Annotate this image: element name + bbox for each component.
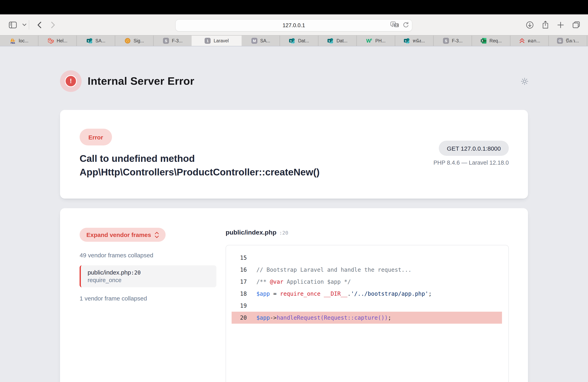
svg-text:1: 1 (207, 39, 209, 43)
svg-text:W: W (366, 38, 371, 43)
downloads-icon[interactable] (526, 21, 534, 29)
browser-tab-7[interactable]: s Dat... (280, 36, 318, 46)
browser-tab-0[interactable]: PMA loc... (0, 36, 38, 46)
svg-text:s: s (87, 39, 89, 42)
orange-circle-icon (125, 38, 131, 44)
code-line: 19 (231, 300, 502, 312)
code-snippet: 15 16 // Bootstrap Laravel and handle th… (226, 245, 509, 382)
translate-icon[interactable]: A 文 (390, 21, 399, 29)
excel-icon: X (480, 38, 487, 44)
url-text: 127.0.0.1 (283, 22, 305, 28)
svg-text:M: M (252, 39, 256, 43)
screen: 127.0.0.1 A 文 (0, 0, 588, 382)
sharepoint-icon: s (289, 38, 295, 44)
browser-tab-13[interactable]: ดอก... (510, 36, 549, 46)
gray-s-icon: S (442, 38, 449, 44)
browser-tab-1[interactable]: Hel... (38, 36, 77, 46)
environment-versions: PHP 8.4.6 — Laravel 12.18.0 (433, 159, 509, 166)
svg-text:文: 文 (395, 23, 398, 27)
gray-1-icon: 1 (204, 38, 211, 44)
collapsed-frames-note-bottom: 1 vendor frame collapsed (80, 295, 216, 302)
svg-text:PMA: PMA (11, 42, 15, 44)
svg-text:G: G (558, 39, 561, 43)
collapsed-frames-note-top: 49 vendor frames collapsed (80, 252, 216, 259)
tab-overview-icon[interactable] (572, 21, 580, 28)
theme-toggle-sun-icon[interactable] (520, 77, 529, 85)
forward-button-icon[interactable] (51, 21, 55, 28)
code-line-highlighted: 20 $app->handleRequest(Request::capture(… (231, 312, 502, 324)
laravel-logo-icon (47, 38, 54, 44)
laravel-error-page: ! Internal Server Error Error Call to un… (0, 46, 588, 382)
sharepoint-icon: s (403, 38, 410, 44)
svg-text:A: A (392, 22, 394, 26)
stack-trace-card: Expand vendor frames 49 vendor frames co… (60, 208, 528, 382)
address-bar[interactable]: 127.0.0.1 A 文 (176, 19, 412, 31)
page-header: ! Internal Server Error (60, 70, 528, 92)
tab-bar: PMA loc... Hel... s SA... Sig... S F-3..… (0, 35, 588, 46)
back-button-icon[interactable] (37, 21, 42, 28)
svg-text:s: s (329, 39, 330, 42)
share-icon[interactable] (542, 21, 549, 29)
line-number: 18 (231, 290, 247, 297)
browser-tab-14[interactable]: G บึงเว... (549, 36, 587, 46)
line-number: 17 (231, 279, 247, 285)
browser-tab-12[interactable]: X Req... (472, 36, 510, 46)
expand-chevrons-icon (155, 231, 159, 238)
tab-group-chevron-icon[interactable] (22, 24, 26, 26)
browser-tab-4[interactable]: S F-3... (154, 36, 192, 46)
request-method-badge: GET 127.0.0.1:8000 (439, 141, 509, 156)
svg-text:s: s (290, 39, 292, 42)
code-line: 18 $app = require_once __DIR__.'/../boot… (231, 288, 502, 300)
menubar-black-strip (0, 0, 588, 14)
line-number: 16 (231, 267, 247, 273)
sharepoint-icon: s (327, 38, 334, 44)
error-type-badge: Error (80, 129, 112, 145)
new-tab-icon[interactable] (557, 21, 564, 28)
reload-icon[interactable] (403, 21, 409, 29)
pma-icon: PMA (10, 38, 16, 44)
browser-tab-3[interactable]: Sig... (115, 36, 154, 46)
line-number: 19 (231, 303, 247, 309)
browser-tab-2[interactable]: s SA... (77, 36, 115, 46)
frame-function: require_once (88, 277, 211, 283)
gray-m-icon: M (251, 38, 257, 44)
code-file-name: public/index.php (226, 229, 276, 236)
frame-file: public/index.php:20 (88, 269, 211, 276)
browser-tab-10[interactable]: s หนัง... (395, 36, 434, 46)
line-source: // Bootstrap Laravel and handle the requ… (256, 267, 411, 273)
browser-tab-6[interactable]: M SA... (242, 36, 280, 46)
sharepoint-icon: s (86, 38, 93, 44)
svg-text:3: 3 (371, 38, 372, 41)
line-number: 20 (231, 314, 247, 321)
svg-text:s: s (405, 39, 406, 42)
line-source: $app->handleRequest(Request::capture()); (256, 314, 391, 321)
svg-text:S: S (445, 39, 447, 43)
gray-s-icon: S (163, 38, 169, 44)
line-source: /** @var Application $app */ (256, 279, 351, 285)
code-line-ref: :20 (279, 230, 288, 236)
browser-tab-11[interactable]: S F-3... (434, 36, 472, 46)
stack-frame-item[interactable]: public/index.php:20 require_once (80, 265, 216, 287)
code-line: 16 // Bootstrap Laravel and handle the r… (231, 264, 502, 276)
browser-tab-8[interactable]: s Dat... (318, 36, 357, 46)
line-number: 15 (231, 254, 247, 261)
code-panel: public/index.php :20 15 16 // Bootstrap … (226, 228, 509, 382)
code-line: 17 /** @var Application $app */ (231, 276, 502, 288)
browser-toolbar: 127.0.0.1 A 文 (0, 14, 588, 35)
browser-tab-active[interactable]: 1 Laravel (192, 36, 242, 46)
gray-g-icon: G (557, 38, 563, 44)
line-source: $app = require_once __DIR__.'/../bootstr… (256, 290, 432, 297)
error-alert-icon: ! (60, 70, 82, 92)
code-line: 15 (231, 252, 502, 264)
page-title: Internal Server Error (88, 75, 194, 87)
toolbar-divider (29, 20, 29, 30)
svg-text:X: X (482, 39, 483, 42)
browser-tab-9[interactable]: W3 PH... (357, 36, 395, 46)
red-chevrons-icon (519, 38, 525, 44)
error-summary-card: Error Call to undefined method App\Http\… (60, 110, 528, 199)
code-file-header: public/index.php :20 (226, 229, 509, 236)
sidebar-toggle-icon[interactable] (9, 21, 17, 28)
w3schools-icon: W3 (366, 38, 372, 44)
svg-text:S: S (165, 39, 167, 43)
expand-vendor-frames-button[interactable]: Expand vendor frames (80, 228, 165, 242)
